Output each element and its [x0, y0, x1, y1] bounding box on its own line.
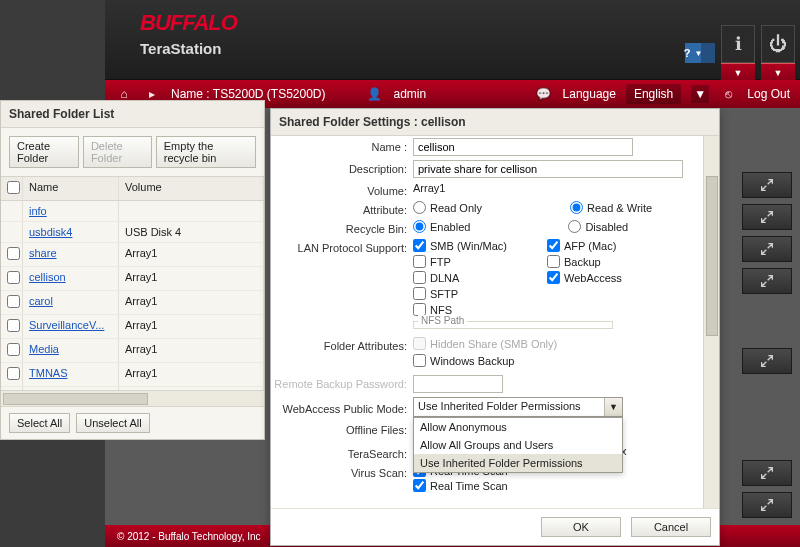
- expand-button[interactable]: [742, 460, 792, 486]
- power-dropdown[interactable]: ▼: [761, 63, 795, 81]
- user-icon: 👤: [366, 85, 384, 103]
- attribute-readwrite-radio[interactable]: Read & Write: [570, 201, 652, 214]
- create-folder-button[interactable]: Create Folder: [9, 136, 79, 168]
- panel-title: Shared Folder List: [1, 101, 264, 128]
- column-volume[interactable]: Volume: [119, 177, 264, 200]
- folder-volume: [119, 201, 264, 221]
- folder-volume: Array1: [119, 315, 264, 338]
- folder-attributes-label: Folder Attributes:: [271, 337, 413, 352]
- language-icon: 💬: [535, 85, 553, 103]
- row-checkbox[interactable]: [7, 295, 20, 308]
- chevron-down-icon[interactable]: ▼: [604, 398, 622, 416]
- unselect-all-button[interactable]: Unselect All: [76, 413, 149, 433]
- nfs-path-fieldset: [413, 321, 613, 329]
- terasearch-label: TeraSearch:: [271, 445, 413, 460]
- copyright: © 2012 - Buffalo Technology, Inc: [117, 531, 261, 542]
- name-input[interactable]: [413, 138, 633, 156]
- help-button[interactable]: ?▼: [685, 43, 715, 63]
- virus-scan-label: Virus Scan:: [271, 464, 413, 479]
- folder-volume: Array1: [119, 339, 264, 362]
- empty-recycle-button[interactable]: Empty the recycle bin: [156, 136, 256, 168]
- recycle-disabled-radio[interactable]: Disabled: [568, 220, 628, 233]
- dropdown-option[interactable]: Use Inherited Folder Permissions: [414, 454, 622, 472]
- folder-volume: Array1: [119, 291, 264, 314]
- folder-link[interactable]: carol: [23, 291, 119, 314]
- folder-table: Name Volume infousbdisk4USB Disk 4shareA…: [1, 176, 264, 390]
- logout-button[interactable]: Log Out: [747, 87, 790, 101]
- expand-button[interactable]: [742, 348, 792, 374]
- ftp-checkbox[interactable]: FTP: [413, 255, 533, 268]
- webaccess-mode-dropdown[interactable]: Allow Anonymous Allow All Groups and Use…: [413, 417, 623, 473]
- recycle-enabled-radio[interactable]: Enabled: [413, 220, 470, 233]
- row-checkbox[interactable]: [7, 247, 20, 260]
- lan-label: LAN Protocol Support:: [271, 239, 413, 254]
- logout-icon[interactable]: ⎋: [719, 85, 737, 103]
- windows-backup-checkbox[interactable]: Windows Backup: [413, 354, 514, 367]
- current-user: admin: [394, 87, 427, 101]
- expand-button[interactable]: [742, 204, 792, 230]
- folder-volume: Array1: [119, 363, 264, 386]
- hidden-share-checkbox: Hidden Share (SMB Only): [413, 337, 557, 350]
- folder-link[interactable]: TMNAS: [23, 363, 119, 386]
- remote-backup-label: Remote Backup Password:: [271, 375, 413, 390]
- dropdown-option[interactable]: Allow All Groups and Users: [414, 436, 622, 454]
- dropdown-option[interactable]: Allow Anonymous: [414, 418, 622, 436]
- language-select[interactable]: English: [626, 84, 681, 104]
- table-row: info: [1, 201, 264, 222]
- info-dropdown[interactable]: ▼: [721, 63, 755, 81]
- attribute-label: Attribute:: [271, 201, 413, 216]
- webaccess-checkbox[interactable]: WebAccess: [547, 271, 622, 284]
- folder-volume: Array1: [119, 267, 264, 290]
- backup-checkbox[interactable]: Backup: [547, 255, 601, 268]
- remote-backup-input[interactable]: [413, 375, 503, 393]
- volume-value: Array1: [413, 182, 445, 194]
- select-all-checkbox[interactable]: [7, 181, 20, 194]
- folder-link[interactable]: cellison: [23, 267, 119, 290]
- row-checkbox[interactable]: [7, 319, 20, 332]
- device-name: Name : TS5200D (TS5200D): [171, 87, 326, 101]
- folder-link[interactable]: Media: [23, 339, 119, 362]
- attribute-readonly-radio[interactable]: Read Only: [413, 201, 482, 214]
- expand-button[interactable]: [742, 268, 792, 294]
- webaccess-mode-select[interactable]: Use Inherited Folder Permissions ▼: [413, 397, 623, 417]
- table-row: SurveillanceV...Array1: [1, 315, 264, 339]
- ok-button[interactable]: OK: [541, 517, 621, 537]
- row-checkbox[interactable]: [7, 271, 20, 284]
- power-icon[interactable]: ⏻: [761, 25, 795, 63]
- table-row: cellisonArray1: [1, 267, 264, 291]
- folder-volume: USB Disk 4: [119, 222, 264, 242]
- offline-files-label: Offline Files:: [271, 421, 413, 436]
- row-checkbox[interactable]: [7, 343, 20, 356]
- name-label: Name :: [271, 138, 413, 153]
- folder-link[interactable]: info: [23, 201, 119, 221]
- vertical-scrollbar[interactable]: [703, 136, 719, 508]
- webaccess-mode-label: WebAccess Public Mode:: [271, 400, 413, 415]
- folder-link[interactable]: usbdisk4: [23, 222, 119, 242]
- row-checkbox[interactable]: [7, 367, 20, 380]
- afp-checkbox[interactable]: AFP (Mac): [547, 239, 616, 252]
- expand-button[interactable]: [742, 492, 792, 518]
- description-input[interactable]: [413, 160, 683, 178]
- smb-checkbox[interactable]: SMB (Win/Mac): [413, 239, 533, 252]
- folder-link[interactable]: share: [23, 243, 119, 266]
- dlna-checkbox[interactable]: DLNA: [413, 271, 533, 284]
- select-all-button[interactable]: Select All: [9, 413, 70, 433]
- recyclebin-label: Recycle Bin:: [271, 220, 413, 235]
- delete-folder-button: Delete Folder: [83, 136, 152, 168]
- shared-folder-panel: Shared Folder List Create Folder Delete …: [0, 100, 265, 440]
- language-dropdown[interactable]: ▼: [691, 85, 709, 103]
- horizontal-scrollbar[interactable]: [1, 390, 264, 406]
- sftp-checkbox[interactable]: SFTP: [413, 287, 709, 300]
- cancel-button[interactable]: Cancel: [631, 517, 711, 537]
- dialog-title: Shared Folder Settings : cellison: [271, 109, 719, 136]
- folder-link[interactable]: SurveillanceV...: [23, 315, 119, 338]
- table-row: TMNASArray1: [1, 363, 264, 387]
- expand-button[interactable]: [742, 236, 792, 262]
- shared-folder-settings-dialog: Shared Folder Settings : cellison Name :…: [270, 108, 720, 546]
- column-name[interactable]: Name: [23, 177, 119, 200]
- info-icon[interactable]: ℹ: [721, 25, 755, 63]
- folder-volume: Array1: [119, 243, 264, 266]
- realtime-scan-checkbox-2[interactable]: Real Time Scan: [413, 479, 508, 492]
- table-row: shareArray1: [1, 243, 264, 267]
- expand-button[interactable]: [742, 172, 792, 198]
